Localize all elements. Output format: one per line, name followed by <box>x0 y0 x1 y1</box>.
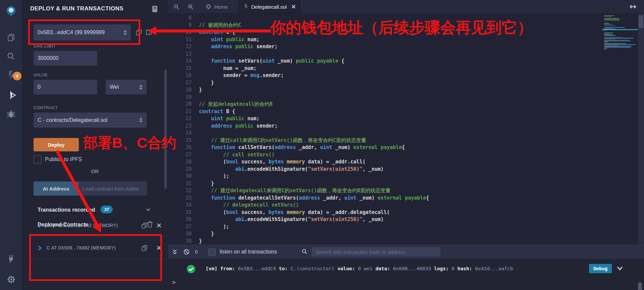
plugin-manager-icon[interactable] <box>0 250 22 267</box>
code-line: 10contract C { <box>168 29 601 37</box>
copy-address-icon[interactable] <box>141 244 148 251</box>
minimap-line <box>604 38 634 39</box>
minimap-line <box>604 28 612 29</box>
deploy-and-run-icon[interactable] <box>0 86 22 104</box>
minimap-line <box>604 19 620 20</box>
editor-pane: Home Delegatecall.sol ✕ 89// 被调用的合约C10co… <box>168 0 644 245</box>
code-line: 26 function callSetVars(address _addr, u… <box>168 144 601 152</box>
minimap-line <box>604 27 625 28</box>
listen-transactions-label: listen on all transactions <box>220 249 277 255</box>
tab-close-icon[interactable]: ✕ <box>291 3 296 10</box>
documentation-icon[interactable] <box>152 5 158 13</box>
code-line: 35 (bool success, bytes memory data) = _… <box>168 209 601 217</box>
deployed-contract-row[interactable]: B AT 0XEC2...CF142 (MEMORY)✕ <box>31 214 169 237</box>
remove-contract-icon[interactable]: ✕ <box>156 222 162 229</box>
deployed-contract-label: C AT 0X939...78492 (MEMORY) <box>47 245 141 250</box>
minimap-line <box>604 23 609 24</box>
minimap-line <box>604 43 626 44</box>
publish-ipfs-label: Publish to IPFS <box>45 156 82 162</box>
chevron-down-icon[interactable] <box>146 207 151 212</box>
tab-delegatecall-sol[interactable]: Delegatecall.sol ✕ <box>238 0 302 13</box>
minimap-line <box>604 39 615 40</box>
code-line: 34 // delegatecall setVars() <box>168 202 601 209</box>
minimap-line <box>604 33 609 34</box>
minimap-line <box>604 32 613 33</box>
value-input[interactable] <box>34 80 97 94</box>
code-line: 19 <box>168 94 601 101</box>
deployed-contract-row[interactable]: C AT 0X939...78492 (MEMORY)✕ <box>31 237 169 259</box>
deploy-button[interactable]: Deploy <box>34 138 79 151</box>
value-unit: Wei <box>110 84 119 90</box>
code-line: 23 address public sender; <box>168 123 601 130</box>
debug-button[interactable]: Debug <box>589 264 612 273</box>
terminal-search-icon <box>302 248 308 255</box>
publish-ipfs-checkbox[interactable] <box>34 155 42 163</box>
minimap-line <box>604 45 619 46</box>
minimap-line <box>604 25 615 26</box>
log-expand-chevron-icon[interactable] <box>616 265 623 271</box>
minimap-line <box>604 18 619 19</box>
expand-contract-chevron-icon[interactable] <box>38 245 42 250</box>
solidity-compiler-icon[interactable]: 4 <box>0 66 22 84</box>
code-line: 21contract B { <box>168 108 601 116</box>
editor-scrollbar[interactable] <box>638 14 644 245</box>
code-line: 29 abi.encodeWithSignature("setVars(uint… <box>168 166 601 173</box>
copy-address-icon[interactable] <box>141 222 148 229</box>
editor-scrollbar-thumb[interactable] <box>639 15 643 28</box>
remove-contract-icon[interactable]: ✕ <box>156 245 162 251</box>
expand-horizontal-icon[interactable] <box>629 4 637 10</box>
code-line: 22 uint public num; <box>168 116 601 123</box>
copy-account-icon[interactable] <box>136 28 142 36</box>
contract-label: CONTRACT <box>34 105 58 110</box>
listen-transactions-checkbox[interactable] <box>208 248 216 256</box>
code-line: 20// 发起delegatecall的合约B <box>168 101 601 108</box>
transaction-log-row[interactable]: [vm] from: 0x5B3...eddC4 to: C.(construc… <box>168 264 644 275</box>
minimap-line <box>604 35 615 36</box>
account-select[interactable]: 0x5B3...eddC4 (99.9999999 <box>34 24 131 41</box>
remix-ide-window: 4 DEPLOY & RUN TRANSACTIONS 0x5B3...eddC… <box>0 0 644 290</box>
panel-scrollbar[interactable] <box>164 70 167 189</box>
minimap-line <box>604 48 608 49</box>
editor-tabbar: Home Delegatecall.sol ✕ <box>168 0 644 14</box>
edit-account-icon[interactable] <box>146 28 153 35</box>
code-area[interactable]: 89// 被调用的合约C10contract C {11 uint public… <box>168 15 601 245</box>
gas-limit-input[interactable] <box>34 51 97 66</box>
panel-title: DEPLOY & RUN TRANSACTIONS <box>30 5 123 12</box>
editor-minimap[interactable] <box>604 15 636 51</box>
code-line: 38 } <box>168 231 601 238</box>
terminal-collapse-icon[interactable] <box>172 249 177 255</box>
zoom-in-icon[interactable] <box>187 4 194 10</box>
at-address-button[interactable]: At Address <box>34 182 78 196</box>
zoom-out-icon[interactable] <box>173 4 180 10</box>
code-line: 39} <box>168 238 601 245</box>
solidity-file-icon <box>244 4 248 9</box>
contract-select[interactable]: C - contracts/Delegatecall.sol <box>34 113 147 128</box>
code-line: 27 // call setVars() <box>168 152 601 159</box>
minimap-line <box>604 37 623 38</box>
code-line: 17 } <box>168 80 601 87</box>
contract-value: C - contracts/Delegatecall.sol <box>38 117 107 123</box>
tab-home[interactable]: Home <box>200 0 233 13</box>
or-divider: OR <box>22 168 168 174</box>
terminal-search-input[interactable] <box>312 247 440 257</box>
minimap-line <box>604 47 631 48</box>
debugger-icon[interactable] <box>0 105 22 123</box>
file-explorer-icon[interactable] <box>0 29 22 46</box>
code-line: 15 num = _num; <box>168 65 601 73</box>
at-address-input[interactable] <box>78 182 147 196</box>
expand-contract-chevron-icon[interactable] <box>38 223 42 228</box>
terminal-scrollbar-thumb[interactable] <box>638 282 642 290</box>
minimap-highlight <box>602 29 638 30</box>
deployed-contract-label: B AT 0XEC2...CF142 (MEMORY) <box>47 223 141 228</box>
code-line: 33 function delegatecallSetVars(address … <box>168 195 601 202</box>
code-line: 13 <box>168 51 601 58</box>
transactions-recorded-label[interactable]: Transactions recorded <box>38 207 95 213</box>
terminal-prompt: > <box>172 279 175 286</box>
value-unit-select[interactable]: Wei <box>106 80 147 94</box>
minimap-line <box>604 42 608 42</box>
minimap-line <box>604 50 604 50</box>
clear-console-ban-icon[interactable] <box>183 249 190 255</box>
search-icon[interactable] <box>0 48 22 65</box>
value-label: VALUE <box>34 73 48 77</box>
settings-gear-icon[interactable] <box>0 271 22 288</box>
